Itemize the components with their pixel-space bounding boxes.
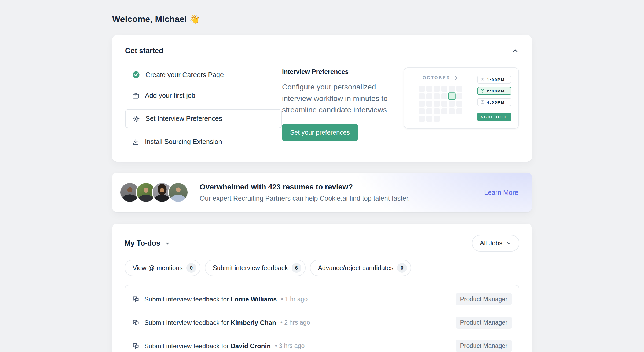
- banner-title: Overwhelmed with 423 resumes to review?: [200, 183, 410, 191]
- schedule-button[interactable]: SCHEDULE: [477, 113, 511, 121]
- learn-more-link[interactable]: Learn More: [484, 189, 518, 196]
- todo-timestamp: • 3 hrs ago: [275, 342, 305, 350]
- calendar-month-panel: OCTOBER: [411, 76, 470, 122]
- todo-text: Submit interview feedback for Lorrie Wil…: [144, 296, 277, 303]
- banner-subtitle: Our expert Recruiting Partners can help …: [200, 195, 410, 202]
- chevron-down-icon: [506, 240, 511, 246]
- time-slot-label: 2:00PM: [487, 89, 505, 93]
- set-preferences-button[interactable]: Set your preferences: [282, 124, 358, 141]
- job-tag: Product Manager: [456, 340, 512, 352]
- feedback-chat-icon: [132, 319, 140, 326]
- clock-icon: [480, 89, 485, 93]
- onboarding-checklist: Create your Careers Page Add your first …: [125, 67, 282, 149]
- todo-row[interactable]: Submit interview feedback for David Cron…: [125, 334, 519, 352]
- avatar: [168, 182, 188, 203]
- candidate-name: Kimberly Chan: [230, 319, 276, 326]
- job-tag: Product Manager: [456, 293, 512, 305]
- filter-count-badge: 6: [292, 263, 301, 273]
- feedback-chat-icon: [132, 342, 140, 350]
- checklist-item-interview-preferences[interactable]: Set Interview Preferences: [125, 109, 282, 128]
- promo-title: Interview Preferences: [282, 68, 404, 76]
- filter-count-badge: 0: [186, 263, 196, 273]
- todo-timestamp: • 1 hr ago: [281, 296, 308, 303]
- time-slot-label: 1:00PM: [487, 77, 505, 82]
- filter-submit-feedback[interactable]: Submit interview feedback 6: [205, 260, 306, 276]
- todos-header: My To-dos All Jobs: [125, 235, 519, 252]
- dashboard: Welcome, Michael 👋 Get started Create yo…: [112, 0, 532, 352]
- clock-icon: [480, 77, 485, 82]
- get-started-header: Get started: [125, 47, 519, 55]
- todo-row[interactable]: Submit interview feedback for Kimberly C…: [125, 311, 519, 334]
- filter-view-mentions[interactable]: View @ mentions 0: [125, 260, 200, 276]
- calendar-day-grid[interactable]: [411, 86, 470, 122]
- todos-title-dropdown[interactable]: My To-dos: [125, 239, 170, 247]
- job-tag: Product Manager: [456, 317, 512, 329]
- recruiter-avatars: [120, 182, 188, 203]
- filter-label: Submit interview feedback: [213, 264, 288, 272]
- todo-filter-pills: View @ mentions 0 Submit interview feedb…: [125, 260, 519, 276]
- clock-icon: [480, 100, 485, 104]
- recruiting-partners-banner: Overwhelmed with 423 resumes to review? …: [112, 173, 532, 212]
- time-slot-2pm[interactable]: 2:00PM: [477, 87, 511, 95]
- time-slot-panel: 1:00PM 2:00PM 4:00PM SCHEDULE: [477, 76, 511, 122]
- chevron-right-icon[interactable]: [454, 76, 459, 80]
- my-todos-card: My To-dos All Jobs View @ mentions 0 Sub…: [112, 224, 532, 352]
- candidate-name: David Cronin: [230, 342, 270, 350]
- page-title: Welcome, Michael 👋: [112, 14, 532, 24]
- checklist-item-careers-page[interactable]: Create your Careers Page: [125, 67, 282, 82]
- time-slot-4pm[interactable]: 4:00PM: [477, 98, 511, 106]
- check-circle-icon: [132, 71, 140, 79]
- all-jobs-label: All Jobs: [480, 239, 502, 247]
- all-jobs-dropdown[interactable]: All Jobs: [472, 235, 519, 252]
- checklist-item-sourcing-extension[interactable]: Install Sourcing Extension: [125, 135, 282, 149]
- get-started-title: Get started: [125, 47, 163, 55]
- checklist-item-label: Add your first job: [145, 92, 195, 99]
- download-icon: [132, 138, 140, 146]
- todo-text: Submit interview feedback for David Cron…: [144, 342, 271, 350]
- feedback-chat-icon: [132, 296, 140, 303]
- chevron-up-icon: [511, 47, 519, 55]
- filter-advance-reject[interactable]: Advance/reject candidates 0: [310, 260, 411, 276]
- checklist-item-first-job[interactable]: Add your first job: [125, 88, 282, 103]
- chevron-down-icon: [164, 240, 170, 246]
- filter-label: View @ mentions: [133, 264, 183, 272]
- collapse-button[interactable]: [511, 47, 519, 55]
- filter-count-badge: 0: [397, 263, 407, 273]
- checklist-item-label: Create your Careers Page: [145, 71, 224, 79]
- promo-description: Configure your personalized interview wo…: [282, 81, 403, 116]
- get-started-body: Create your Careers Page Add your first …: [125, 67, 519, 149]
- checklist-item-label: Install Sourcing Extension: [145, 138, 222, 146]
- calendar-month-label: OCTOBER: [423, 76, 451, 80]
- todo-timestamp: • 2 hrs ago: [280, 319, 310, 326]
- calendar-widget: OCTOBER: [404, 67, 519, 129]
- todos-title: My To-dos: [125, 239, 160, 247]
- checklist-item-label: Set Interview Preferences: [145, 115, 222, 123]
- todo-list: Submit interview feedback for Lorrie Wil…: [125, 285, 519, 352]
- todo-row[interactable]: Submit interview feedback for Lorrie Wil…: [125, 288, 519, 311]
- time-slot-label: 4:00PM: [487, 100, 505, 105]
- todo-text: Submit interview feedback for Kimberly C…: [144, 319, 276, 326]
- filter-label: Advance/reject candidates: [318, 264, 394, 272]
- candidate-name: Lorrie Williams: [230, 296, 277, 303]
- time-slot-1pm[interactable]: 1:00PM: [477, 76, 511, 84]
- get-started-card: Get started Create your Careers Page: [112, 35, 532, 162]
- briefcase-icon: [132, 92, 140, 99]
- banner-text: Overwhelmed with 423 resumes to review? …: [200, 183, 410, 202]
- gear-icon: [133, 115, 140, 123]
- interview-preferences-promo: Interview Preferences Configure your per…: [282, 67, 404, 141]
